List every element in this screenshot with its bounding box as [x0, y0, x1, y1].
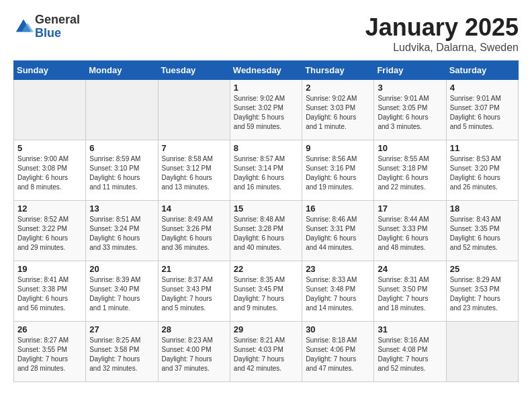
calendar-cell: 26Sunrise: 8:27 AM Sunset: 3:55 PM Dayli… [14, 322, 86, 382]
calendar-cell: 20Sunrise: 8:39 AM Sunset: 3:40 PM Dayli… [86, 261, 158, 322]
calendar-cell: 9Sunrise: 8:56 AM Sunset: 3:16 PM Daylig… [302, 140, 374, 201]
page-header: General Blue January 2025 Ludvika, Dalar… [13, 13, 519, 54]
day-number: 6 [89, 143, 154, 153]
day-number: 22 [234, 264, 298, 274]
logo-text: General Blue [35, 13, 80, 40]
title-block: January 2025 Ludvika, Dalarna, Sweden [365, 13, 519, 54]
calendar-cell: 2Sunrise: 9:02 AM Sunset: 3:03 PM Daylig… [302, 80, 374, 140]
calendar-body: 1Sunrise: 9:02 AM Sunset: 3:02 PM Daylig… [14, 80, 519, 382]
day-number: 13 [89, 203, 154, 214]
day-number: 18 [450, 203, 515, 214]
calendar-table: SundayMondayTuesdayWednesdayThursdayFrid… [13, 60, 519, 382]
day-info: Sunrise: 9:00 AM Sunset: 3:08 PM Dayligh… [17, 154, 82, 192]
day-number: 30 [306, 324, 370, 334]
calendar-cell: 28Sunrise: 8:23 AM Sunset: 4:00 PM Dayli… [158, 322, 230, 382]
header-wednesday: Wednesday [230, 61, 302, 80]
day-info: Sunrise: 8:49 AM Sunset: 3:26 PM Dayligh… [162, 215, 226, 253]
day-info: Sunrise: 8:31 AM Sunset: 3:50 PM Dayligh… [378, 275, 442, 313]
logo-icon [13, 17, 34, 37]
calendar-cell: 23Sunrise: 8:33 AM Sunset: 3:48 PM Dayli… [302, 261, 374, 322]
day-info: Sunrise: 8:48 AM Sunset: 3:28 PM Dayligh… [234, 215, 298, 253]
day-info: Sunrise: 8:33 AM Sunset: 3:48 PM Dayligh… [306, 275, 370, 313]
day-info: Sunrise: 8:41 AM Sunset: 3:38 PM Dayligh… [17, 275, 82, 313]
day-info: Sunrise: 8:16 AM Sunset: 4:08 PM Dayligh… [378, 336, 442, 373]
day-number: 31 [378, 324, 442, 334]
calendar-cell [14, 80, 86, 140]
day-number: 5 [17, 143, 82, 153]
calendar-cell: 13Sunrise: 8:51 AM Sunset: 3:24 PM Dayli… [86, 201, 158, 261]
calendar-cell: 16Sunrise: 8:46 AM Sunset: 3:31 PM Dayli… [302, 201, 374, 261]
day-info: Sunrise: 8:39 AM Sunset: 3:40 PM Dayligh… [89, 275, 154, 313]
calendar-cell: 22Sunrise: 8:35 AM Sunset: 3:45 PM Dayli… [230, 261, 302, 322]
calendar-cell: 29Sunrise: 8:21 AM Sunset: 4:03 PM Dayli… [230, 322, 302, 382]
header-monday: Monday [86, 61, 158, 80]
day-info: Sunrise: 8:56 AM Sunset: 3:16 PM Dayligh… [306, 154, 370, 192]
day-number: 19 [17, 264, 82, 274]
calendar-cell [446, 322, 518, 382]
day-number: 7 [162, 143, 226, 153]
week-row-1: 5Sunrise: 9:00 AM Sunset: 3:08 PM Daylig… [14, 140, 519, 201]
day-number: 3 [378, 83, 442, 93]
week-row-0: 1Sunrise: 9:02 AM Sunset: 3:02 PM Daylig… [14, 80, 519, 140]
day-info: Sunrise: 8:53 AM Sunset: 3:20 PM Dayligh… [450, 154, 515, 192]
calendar-cell: 4Sunrise: 9:01 AM Sunset: 3:07 PM Daylig… [446, 80, 518, 140]
calendar-cell [86, 80, 158, 140]
day-info: Sunrise: 9:01 AM Sunset: 3:07 PM Dayligh… [450, 94, 515, 132]
calendar-cell: 12Sunrise: 8:52 AM Sunset: 3:22 PM Dayli… [14, 201, 86, 261]
day-info: Sunrise: 8:37 AM Sunset: 3:43 PM Dayligh… [162, 275, 226, 313]
day-number: 9 [306, 143, 370, 153]
day-info: Sunrise: 9:01 AM Sunset: 3:05 PM Dayligh… [378, 94, 442, 132]
calendar-header: SundayMondayTuesdayWednesdayThursdayFrid… [14, 61, 519, 80]
day-info: Sunrise: 8:29 AM Sunset: 3:53 PM Dayligh… [450, 275, 515, 313]
calendar-title: January 2025 [365, 13, 519, 42]
day-info: Sunrise: 8:43 AM Sunset: 3:35 PM Dayligh… [450, 215, 515, 253]
day-info: Sunrise: 9:02 AM Sunset: 3:03 PM Dayligh… [306, 94, 370, 132]
day-number: 29 [234, 324, 298, 334]
day-number: 23 [306, 264, 370, 274]
day-info: Sunrise: 8:18 AM Sunset: 4:06 PM Dayligh… [306, 336, 370, 373]
calendar-cell: 31Sunrise: 8:16 AM Sunset: 4:08 PM Dayli… [374, 322, 446, 382]
calendar-cell: 18Sunrise: 8:43 AM Sunset: 3:35 PM Dayli… [446, 201, 518, 261]
calendar-cell: 7Sunrise: 8:58 AM Sunset: 3:12 PM Daylig… [158, 140, 230, 201]
calendar-cell: 17Sunrise: 8:44 AM Sunset: 3:33 PM Dayli… [374, 201, 446, 261]
day-number: 8 [234, 143, 298, 153]
calendar-cell: 6Sunrise: 8:59 AM Sunset: 3:10 PM Daylig… [86, 140, 158, 201]
header-thursday: Thursday [302, 61, 374, 80]
day-info: Sunrise: 8:58 AM Sunset: 3:12 PM Dayligh… [162, 154, 226, 192]
day-info: Sunrise: 8:21 AM Sunset: 4:03 PM Dayligh… [234, 336, 298, 373]
calendar-cell: 10Sunrise: 8:55 AM Sunset: 3:18 PM Dayli… [374, 140, 446, 201]
header-tuesday: Tuesday [158, 61, 230, 80]
day-info: Sunrise: 8:27 AM Sunset: 3:55 PM Dayligh… [17, 336, 82, 373]
week-row-4: 26Sunrise: 8:27 AM Sunset: 3:55 PM Dayli… [14, 322, 519, 382]
day-number: 17 [378, 203, 442, 214]
day-number: 20 [89, 264, 154, 274]
day-info: Sunrise: 8:25 AM Sunset: 3:58 PM Dayligh… [89, 336, 154, 373]
logo: General Blue [13, 13, 80, 40]
header-row: SundayMondayTuesdayWednesdayThursdayFrid… [14, 61, 519, 80]
calendar-cell: 3Sunrise: 9:01 AM Sunset: 3:05 PM Daylig… [374, 80, 446, 140]
day-info: Sunrise: 8:35 AM Sunset: 3:45 PM Dayligh… [234, 275, 298, 313]
day-number: 21 [162, 264, 226, 274]
header-sunday: Sunday [14, 61, 86, 80]
calendar-cell: 21Sunrise: 8:37 AM Sunset: 3:43 PM Dayli… [158, 261, 230, 322]
logo-blue: Blue [35, 27, 80, 40]
day-info: Sunrise: 8:44 AM Sunset: 3:33 PM Dayligh… [378, 215, 442, 253]
day-info: Sunrise: 8:57 AM Sunset: 3:14 PM Dayligh… [234, 154, 298, 192]
day-number: 4 [450, 83, 515, 93]
day-number: 28 [162, 324, 226, 334]
day-number: 25 [450, 264, 515, 274]
day-number: 27 [89, 324, 154, 334]
calendar-cell: 11Sunrise: 8:53 AM Sunset: 3:20 PM Dayli… [446, 140, 518, 201]
day-number: 12 [17, 203, 82, 214]
day-info: Sunrise: 8:52 AM Sunset: 3:22 PM Dayligh… [17, 215, 82, 253]
day-number: 15 [234, 203, 298, 214]
calendar-cell: 5Sunrise: 9:00 AM Sunset: 3:08 PM Daylig… [14, 140, 86, 201]
day-number: 16 [306, 203, 370, 214]
calendar-cell: 25Sunrise: 8:29 AM Sunset: 3:53 PM Dayli… [446, 261, 518, 322]
calendar-cell: 14Sunrise: 8:49 AM Sunset: 3:26 PM Dayli… [158, 201, 230, 261]
logo-general: General [35, 13, 80, 27]
day-info: Sunrise: 8:23 AM Sunset: 4:00 PM Dayligh… [162, 336, 226, 373]
calendar-cell: 19Sunrise: 8:41 AM Sunset: 3:38 PM Dayli… [14, 261, 86, 322]
calendar-cell: 1Sunrise: 9:02 AM Sunset: 3:02 PM Daylig… [230, 80, 302, 140]
day-number: 24 [378, 264, 442, 274]
